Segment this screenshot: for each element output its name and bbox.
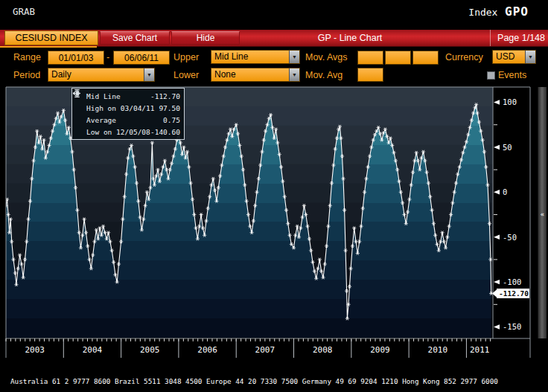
- upper-label: Upper: [173, 49, 199, 65]
- y-tick-label: -50: [503, 233, 517, 242]
- year-label: 2004: [83, 345, 103, 355]
- chart-title: GP - Line Chart: [275, 30, 424, 46]
- chevron-down-icon[interactable]: ▼: [289, 68, 299, 81]
- svg-text:-112.70: -112.70: [499, 289, 529, 298]
- mov-avg-input-3[interactable]: [412, 51, 439, 65]
- last-value-flag: -112.70: [492, 289, 529, 298]
- events-label: Events: [498, 67, 526, 83]
- security-tab-underline: [0, 46, 97, 48]
- bloomberg-terminal-window: GRAB Index GPO CESIUSD INDEX Save Chart …: [0, 0, 548, 392]
- function-code: GPO: [505, 4, 529, 19]
- function-code-area: Index GPO: [468, 4, 529, 19]
- lower-label: Lower: [173, 67, 199, 83]
- legend-row-label: Low on 12/05/08: [86, 128, 150, 136]
- y-tick-label: 0: [503, 187, 507, 196]
- index-label: Index: [468, 7, 497, 18]
- events-checkbox[interactable]: [487, 71, 495, 80]
- range-separator: -: [106, 49, 109, 65]
- legend-row-value: 0.75: [163, 116, 180, 124]
- legend-row-label: Mid Line: [86, 92, 121, 100]
- year-label: 2009: [370, 345, 390, 355]
- lower-study-select[interactable]: None ▼: [211, 68, 300, 82]
- year-label: 2010: [428, 345, 448, 355]
- lower-mov-avg-input[interactable]: [357, 68, 383, 82]
- mov-avgs-label: Mov. Avgs: [305, 49, 348, 65]
- y-tick-label: -100: [503, 277, 521, 286]
- year-label: 2005: [140, 345, 160, 355]
- grab-label: GRAB: [13, 6, 35, 17]
- footer-contact-line1: Australia 61 2 9777 8600 Brazil 5511 304…: [0, 377, 548, 385]
- legend-row-value: 97.50: [159, 104, 180, 112]
- mov-avg-input-1[interactable]: [357, 51, 383, 65]
- range-end-input[interactable]: [113, 51, 170, 65]
- period-label: Period: [13, 67, 40, 83]
- year-label: 2006: [197, 345, 217, 355]
- page-indicator: Page 1/148: [490, 30, 545, 46]
- security-tab[interactable]: CESIUSD INDEX: [4, 30, 98, 45]
- legend-row-label: Average: [86, 116, 116, 124]
- hide-button[interactable]: Hide: [171, 31, 240, 45]
- range-start-input[interactable]: [48, 51, 104, 65]
- period-select[interactable]: Daily ▼: [48, 68, 155, 82]
- legend-row: Low on 12/05/08-140.60: [72, 126, 184, 138]
- legend-row-value: -140.60: [150, 128, 180, 136]
- terminal-footer: Australia 61 2 9777 8600 Brazil 5511 304…: [0, 361, 548, 392]
- right-scrollbar[interactable]: «: [538, 87, 547, 338]
- range-label: Range: [13, 49, 41, 65]
- function-bar: CESIUSD INDEX Save Chart Hide GP - Line …: [0, 30, 548, 47]
- currency-select[interactable]: USD ▼: [492, 50, 536, 64]
- chevron-down-icon[interactable]: ▼: [144, 68, 154, 81]
- legend-row: Average0.75: [72, 114, 184, 126]
- legend-row-label: High on 03/04/11: [86, 104, 155, 112]
- x-axis: 200320042005200620072008200920102011: [6, 338, 491, 358]
- low-marker-icon: [72, 89, 82, 98]
- chevron-down-icon[interactable]: ▼: [289, 51, 299, 63]
- year-label: 2007: [255, 345, 275, 355]
- year-label: 2003: [25, 345, 45, 355]
- year-label: 2008: [313, 345, 333, 355]
- chart-legend: Mid Line-112.70High on 03/04/1197.50Aver…: [71, 88, 185, 140]
- upper-study-select[interactable]: Mid Line ▼: [211, 50, 300, 64]
- save-chart-button[interactable]: Save Chart: [100, 31, 170, 45]
- legend-row: High on 03/04/1197.50: [72, 102, 184, 114]
- y-tick-label: -150: [503, 322, 521, 331]
- legend-row: Mid Line-112.70: [72, 90, 184, 102]
- y-tick-label: 50: [503, 143, 512, 152]
- collapse-panel-icon[interactable]: «: [538, 211, 547, 218]
- mov-avg-input-2[interactable]: [385, 51, 411, 65]
- mov-avg-label: Mov. Avg: [305, 67, 342, 83]
- legend-row-value: -112.70: [150, 92, 180, 100]
- currency-label: Currency: [445, 49, 483, 65]
- y-tick-label: 100: [503, 97, 517, 106]
- year-label: 2011: [470, 345, 490, 355]
- chevron-down-icon[interactable]: ▼: [525, 51, 535, 63]
